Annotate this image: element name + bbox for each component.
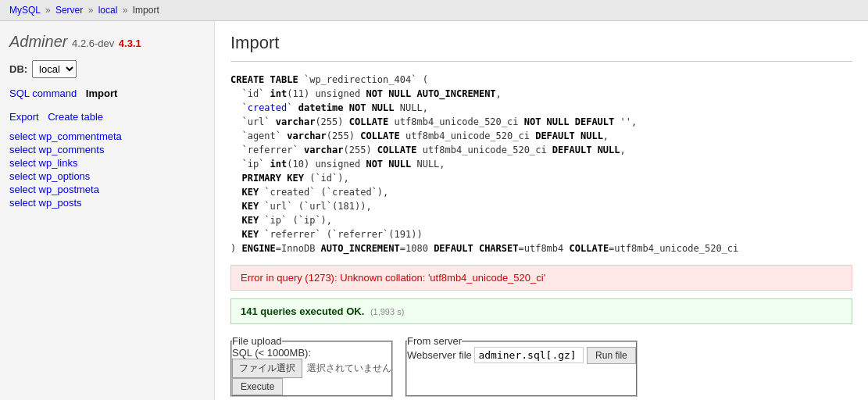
breadcrumb-mysql[interactable]: MySQL <box>9 5 41 16</box>
file-upload-label: SQL (< 1000MB): <box>232 347 311 359</box>
table-list: select wp_commentmeta select wp_comments… <box>9 130 205 209</box>
main-content: Import CREATE TABLE `wp_redirection_404`… <box>215 21 868 400</box>
execute-button[interactable]: Execute <box>232 378 283 395</box>
db-label: DB: <box>9 63 27 75</box>
file-input-area: ファイル選択 選択されていません <box>232 359 391 378</box>
table-link-wp-posts[interactable]: select wp_posts <box>9 197 205 209</box>
logo-text: Adminer <box>9 33 67 50</box>
app-logo: Adminer 4.2.6-dev 4.3.1 <box>9 33 205 51</box>
from-server-label: Webserver file <box>407 349 472 361</box>
nav-create-table[interactable]: Create table <box>48 111 103 123</box>
breadcrumb-current: Import <box>133 5 159 16</box>
from-server-input[interactable] <box>474 347 584 363</box>
sql-code-block: CREATE TABLE `wp_redirection_404` ( `id`… <box>230 73 852 255</box>
panels-row: File upload SQL (< 1000MB): ファイル選択 選択されて… <box>230 335 852 397</box>
error-message: Error in query (1273): Unknown collation… <box>241 272 545 284</box>
breadcrumb-local[interactable]: local <box>98 5 118 16</box>
file-choose-button[interactable]: ファイル選択 <box>232 359 302 378</box>
page-title: Import <box>230 33 852 62</box>
sidebar: Adminer 4.2.6-dev 4.3.1 DB: local SQL co… <box>0 21 215 400</box>
nav-import[interactable]: Import <box>86 88 117 99</box>
run-file-button[interactable]: Run file <box>587 347 636 364</box>
success-box: 141 queries executed OK. (1,993 s) <box>230 298 852 324</box>
breadcrumb: MySQL » Server » local » Import <box>0 0 868 21</box>
nav-sql-command[interactable]: SQL command <box>9 88 77 99</box>
table-link-wp-commentmeta[interactable]: select wp_commentmeta <box>9 130 205 142</box>
success-count: 141 queries executed <box>241 305 346 317</box>
table-link-wp-comments[interactable]: select wp_comments <box>9 144 205 155</box>
file-upload-panel: File upload SQL (< 1000MB): ファイル選択 選択されて… <box>230 335 393 397</box>
file-upload-row: SQL (< 1000MB): ファイル選択 選択されていません Execute <box>232 347 391 395</box>
from-server-row: Webserver file Run file <box>407 347 636 364</box>
file-name-display: 選択されていません <box>307 362 391 375</box>
success-ok: OK. <box>346 305 364 317</box>
from-server-legend: From server <box>407 335 462 347</box>
nav-links: SQL command Import Export Create table <box>9 88 205 123</box>
error-box: Error in query (1273): Unknown collation… <box>230 265 852 291</box>
table-link-wp-options[interactable]: select wp_options <box>9 170 205 182</box>
from-server-panel: From server Webserver file Run file <box>405 335 638 397</box>
table-link-wp-links[interactable]: select wp_links <box>9 157 205 169</box>
breadcrumb-server[interactable]: Server <box>55 5 83 16</box>
version-old: 4.2.6-dev <box>72 38 114 49</box>
table-link-wp-postmeta[interactable]: select wp_postmeta <box>9 184 205 195</box>
db-selector-row: DB: local <box>9 60 205 78</box>
success-time: (1,993 s) <box>370 307 404 316</box>
nav-export[interactable]: Export <box>9 111 39 123</box>
file-upload-legend: File upload <box>232 335 282 347</box>
db-select[interactable]: local <box>32 60 77 78</box>
version-new: 4.3.1 <box>119 38 141 49</box>
